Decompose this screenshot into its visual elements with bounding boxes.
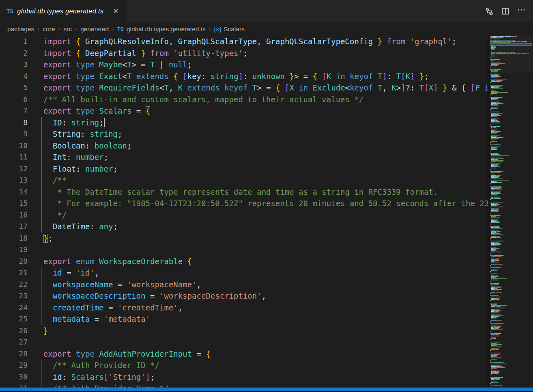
code-line[interactable]: 14 * The DateTime scalar type represents… xyxy=(0,186,490,198)
code-line[interactable]: 12 Float: number; xyxy=(0,163,490,175)
line-number: 24 xyxy=(0,302,28,314)
code-line[interactable]: 29 /** Auth Provider ID */ xyxy=(0,360,490,371)
breadcrumb-item-global-db-types-generated-ts[interactable]: TSglobal.db.types.generated.ts xyxy=(117,26,206,33)
line-number: 1 xyxy=(0,36,28,47)
code-line[interactable]: 27 xyxy=(0,336,490,348)
code-line[interactable]: 6/** All built-in and custom scalars, ma… xyxy=(0,94,490,106)
line-content: export type Scalars = { xyxy=(43,105,150,117)
line-number: 13 xyxy=(0,174,28,186)
line-number: 26 xyxy=(0,325,28,337)
minimap-slider[interactable] xyxy=(490,36,533,73)
line-content: workspaceDescription = 'workspaceDescrip… xyxy=(43,290,266,302)
line-content: }; xyxy=(43,233,53,244)
indent-guide xyxy=(41,313,42,325)
code-line[interactable]: 7export type Scalars = { xyxy=(0,105,490,117)
line-number: 23 xyxy=(0,290,28,302)
breadcrumb-label: core xyxy=(43,26,55,33)
code-line[interactable]: 24 createdTime = 'createdTime', xyxy=(0,302,490,314)
indent-guide xyxy=(41,279,42,291)
close-icon[interactable]: ✕ xyxy=(111,7,120,16)
indent-guide xyxy=(41,383,42,388)
line-content: } xyxy=(43,325,48,337)
breadcrumb-item-src[interactable]: src xyxy=(64,26,72,33)
code-line[interactable]: 20export enum WorkspaceOrderable { xyxy=(0,256,490,267)
line-number: 4 xyxy=(0,71,28,82)
code-line[interactable]: 13 /** xyxy=(0,174,490,186)
line-content: export enum WorkspaceOrderable { xyxy=(43,256,192,267)
tab-global-db-types-generated-ts[interactable]: TS global.db.types.generated.ts ✕ xyxy=(0,0,126,22)
line-number: 22 xyxy=(0,279,28,291)
line-content: import { GraphQLResolveInfo, GraphQLScal… xyxy=(43,36,456,47)
code-line[interactable]: 3export type Maybe<T> = T | null; xyxy=(0,59,490,71)
indent-guide xyxy=(41,174,42,186)
line-number: 28 xyxy=(0,348,28,360)
line-number: 10 xyxy=(0,140,28,152)
code-line[interactable]: 31 /** Auth Provider Name */ xyxy=(0,383,490,388)
code-line[interactable]: 23 workspaceDescription = 'workspaceDesc… xyxy=(0,290,490,302)
code-line[interactable]: 10 Boolean: boolean; xyxy=(0,140,490,152)
editor-tab-bar: TS global.db.types.generated.ts ✕ ⋯ xyxy=(0,0,533,22)
typescript-file-icon: TS xyxy=(117,26,124,32)
code-line[interactable]: 18}; xyxy=(0,233,490,244)
indent-guide xyxy=(41,140,42,152)
code-line[interactable]: 17 DateTime: any; xyxy=(0,221,490,233)
indent-guide xyxy=(41,290,42,302)
line-number: 8 xyxy=(0,117,28,129)
line-content: metadata = 'metadata' xyxy=(43,313,150,325)
symbol-type-icon: [⊘] xyxy=(214,26,221,32)
line-number: 14 xyxy=(0,186,28,198)
code-line[interactable]: 5export type RequireFields<T, K extends … xyxy=(0,82,490,94)
line-number: 9 xyxy=(0,128,28,140)
breadcrumb-item-packages[interactable]: packages xyxy=(7,26,34,33)
open-changes-icon[interactable] xyxy=(484,6,495,17)
split-editor-icon[interactable] xyxy=(500,6,511,17)
code-line[interactable]: 15 * For example: "1985-04-12T23:20:50.5… xyxy=(0,198,490,209)
breadcrumb-label: generated xyxy=(80,26,109,33)
line-content: * The DateTime scalar type represents da… xyxy=(43,186,438,198)
line-content: createdTime = 'createdTime', xyxy=(43,302,183,314)
line-number: 21 xyxy=(0,267,28,279)
line-content: workspaceName = 'workspaceName', xyxy=(43,279,201,291)
breadcrumb-item-core[interactable]: core xyxy=(43,26,55,33)
indent-guide xyxy=(41,267,42,279)
line-number: 11 xyxy=(0,151,28,163)
code-line[interactable]: 26} xyxy=(0,325,490,337)
line-content: /** Auth Provider ID */ xyxy=(43,360,159,371)
more-actions-icon[interactable]: ⋯ xyxy=(516,4,527,19)
code-line[interactable]: 1import { GraphQLResolveInfo, GraphQLSca… xyxy=(0,36,490,47)
code-line[interactable]: 11 Int: number; xyxy=(0,151,490,163)
code-line[interactable]: 4export type Exact<T extends { [key: str… xyxy=(0,71,490,82)
line-content: Int: number; xyxy=(43,151,108,163)
line-number: 18 xyxy=(0,233,28,244)
code-line[interactable]: 9 String: string; xyxy=(0,128,490,140)
breadcrumb-item-scalars[interactable]: [⊘]Scalars xyxy=(214,26,245,33)
breadcrumb-label: packages xyxy=(7,26,34,33)
indent-guide xyxy=(41,221,42,233)
line-number: 31 xyxy=(0,383,28,388)
indent-guide xyxy=(41,186,42,198)
bottom-progress-bar xyxy=(0,388,533,391)
chevron-right-icon: › xyxy=(112,25,114,32)
line-number: 20 xyxy=(0,256,28,267)
code-line[interactable]: 22 workspaceName = 'workspaceName', xyxy=(0,279,490,291)
line-number: 29 xyxy=(0,360,28,371)
code-line[interactable]: 21 id = 'id', xyxy=(0,267,490,279)
indent-guide xyxy=(41,198,42,209)
minimap[interactable] xyxy=(490,36,533,388)
code-line[interactable]: 19 xyxy=(0,244,490,256)
indent-guide xyxy=(41,371,42,383)
editor-actions: ⋯ xyxy=(484,0,533,22)
code-line[interactable]: 8 ID: string; xyxy=(0,117,490,129)
code-editor[interactable]: 1import { GraphQLResolveInfo, GraphQLSca… xyxy=(0,36,490,388)
line-number: 27 xyxy=(0,336,28,348)
code-line[interactable]: 16 */ xyxy=(0,209,490,221)
code-line[interactable]: 2import { DeepPartial } from 'utility-ty… xyxy=(0,47,490,59)
code-line[interactable]: 30 id: Scalars['String']; xyxy=(0,371,490,383)
line-content: Boolean: boolean; xyxy=(43,140,131,152)
code-line[interactable]: 25 metadata = 'metadata' xyxy=(0,313,490,325)
breadcrumb-item-generated[interactable]: generated xyxy=(80,26,109,33)
line-number: 15 xyxy=(0,198,28,209)
line-number: 7 xyxy=(0,105,28,117)
minimap-current-line-marker xyxy=(490,43,532,46)
code-line[interactable]: 28export type AddAuthProviderInput = { xyxy=(0,348,490,360)
